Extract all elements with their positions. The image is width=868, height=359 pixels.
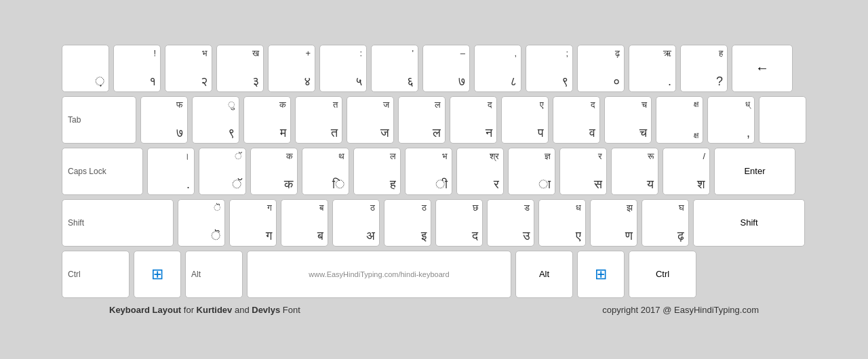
key-bottom: ५ (355, 75, 362, 89)
key-row-4: Shift ॆ ॆ ग ग ब ब ठ अ ठ इ छ द ड उ (62, 199, 806, 247)
footer-bold-3: Devlys (252, 305, 280, 315)
key-p[interactable]: च च (604, 96, 652, 144)
key-backspace[interactable]: ← (732, 45, 793, 92)
key-top: – (460, 48, 465, 58)
key-bottom: ६ (407, 75, 414, 89)
footer-right: copyright 2017 @ EasyHindiTyping.com (602, 305, 759, 315)
key-2[interactable]: भ २ (165, 45, 212, 92)
key-q[interactable]: फ ७ (140, 96, 188, 144)
key-9[interactable]: ; ९ (526, 45, 573, 92)
key-backtick[interactable]: ़ (62, 45, 109, 92)
key-t[interactable]: ज ज (347, 96, 394, 144)
key-s[interactable]: ॅ ॅ (199, 148, 246, 195)
key-bottom: ? (716, 75, 723, 89)
key-0[interactable]: ढ़ ० (577, 45, 625, 92)
key-comma[interactable]: ध ए (538, 199, 586, 247)
key-top: ; (566, 48, 568, 58)
key-capslock[interactable]: Caps Lock (62, 148, 143, 195)
key-8[interactable]: , ८ (474, 45, 521, 92)
key-bottom: ७ (458, 75, 465, 89)
key-top: + (305, 48, 311, 58)
key-row-3: Caps Lock । . ॅ ॅ क क थ ि ल ह भ ी श्र र (62, 148, 806, 195)
key-win-right[interactable]: ⊞ (577, 251, 625, 298)
key-slash[interactable]: घ ढ़ (642, 199, 689, 247)
key-top: ऋ (663, 48, 671, 59)
key-4[interactable]: + ४ (268, 45, 315, 92)
key-win-left[interactable]: ⊞ (134, 251, 181, 298)
key-equals[interactable]: ह ? (680, 45, 728, 92)
keyboard: ़ ! १ भ २ ख ३ + ४ : ५ ' ६ – ७ (48, 31, 820, 329)
key-ctrl-left[interactable]: Ctrl (62, 251, 130, 298)
key-g[interactable]: ल ह (353, 148, 401, 195)
key-enter[interactable]: Enter (714, 148, 795, 195)
key-j[interactable]: श्र र (456, 148, 504, 195)
key-h[interactable]: भ ी (405, 148, 452, 195)
space-label: www.EasyHindiTyping.com/hindi-keyboard (309, 270, 449, 278)
key-minus[interactable]: ऋ . (629, 45, 676, 92)
key-5[interactable]: : ५ (319, 45, 367, 92)
key-n[interactable]: छ द (435, 199, 483, 247)
key-a[interactable]: । . (147, 148, 195, 195)
key-top: : (359, 48, 362, 58)
win-right-icon: ⊞ (595, 266, 607, 283)
key-c[interactable]: ब ब (281, 199, 328, 247)
key-shift-left[interactable]: Shift (62, 199, 174, 247)
key-bottom: ३ (252, 75, 259, 89)
key-r[interactable]: त त (295, 96, 342, 144)
key-backslash[interactable] (759, 96, 806, 144)
key-v[interactable]: ठ अ (332, 199, 380, 247)
key-m[interactable]: ड उ (487, 199, 534, 247)
key-d[interactable]: क क (250, 148, 298, 195)
key-space[interactable]: www.EasyHindiTyping.com/hindi-keyboard (247, 251, 511, 298)
ctrl-right-label: Ctrl (656, 269, 669, 279)
key-bottom: १ (149, 75, 156, 89)
key-rbracket[interactable]: ध् , (707, 96, 755, 144)
key-k[interactable]: ज्ञ ा (508, 148, 555, 195)
key-i[interactable]: ए प (501, 96, 549, 144)
key-top: ! (153, 48, 156, 58)
key-y[interactable]: ल ल (398, 96, 446, 144)
key-bottom: . (668, 75, 671, 89)
key-row-2: Tab फ ७ ु ९ क म त त ज ज ल ल द न (62, 96, 806, 144)
alt-left-label: Alt (191, 270, 201, 279)
key-3[interactable]: ख ३ (216, 45, 264, 92)
key-e[interactable]: क म (243, 96, 291, 144)
key-x[interactable]: ग ग (229, 199, 277, 247)
key-1[interactable]: ! १ (113, 45, 161, 92)
backspace-label: ← (755, 60, 769, 76)
footer-bold-2: Kurtidev (197, 305, 233, 315)
tab-label: Tab (68, 115, 81, 125)
key-bottom: ९ (561, 75, 568, 89)
key-alt-left[interactable]: Alt (185, 251, 243, 298)
win-left-icon: ⊞ (151, 266, 163, 283)
key-shift-right[interactable]: Shift (693, 199, 805, 247)
key-ctrl-right[interactable]: Ctrl (629, 251, 696, 298)
key-period[interactable]: झ ण (590, 199, 637, 247)
key-top: ' (412, 48, 414, 58)
key-6[interactable]: ' ६ (371, 45, 418, 92)
footer-left: Keyboard Layout for Kurtidev and Devlys … (109, 305, 300, 315)
key-bottom: २ (201, 75, 208, 89)
key-top: भ (202, 48, 208, 59)
key-lbracket[interactable]: क्ष क्ष (656, 96, 703, 144)
key-bottom: ८ (510, 75, 517, 89)
key-top: ख (252, 48, 259, 59)
ctrl-left-label: Ctrl (68, 270, 81, 279)
key-semicolon[interactable]: रू य (611, 148, 658, 195)
key-quote[interactable]: / श (663, 148, 710, 195)
key-z[interactable]: ॆ ॆ (178, 199, 225, 247)
key-tab[interactable]: Tab (62, 96, 136, 144)
key-7[interactable]: – ७ (422, 45, 470, 92)
key-o[interactable]: द व (553, 96, 600, 144)
key-bottom: ़ (95, 75, 104, 89)
key-f[interactable]: थ ि (302, 148, 349, 195)
enter-label: Enter (744, 166, 765, 176)
key-top: ह (719, 48, 723, 59)
key-w[interactable]: ु ९ (192, 96, 239, 144)
key-b[interactable]: ठ इ (384, 199, 431, 247)
key-u[interactable]: द न (450, 96, 497, 144)
key-alt-right[interactable]: Alt (515, 251, 573, 298)
key-l[interactable]: र स (559, 148, 607, 195)
footer-bold-1: Keyboard Layout (109, 305, 181, 315)
footer: Keyboard Layout for Kurtidev and Devlys … (62, 305, 806, 315)
